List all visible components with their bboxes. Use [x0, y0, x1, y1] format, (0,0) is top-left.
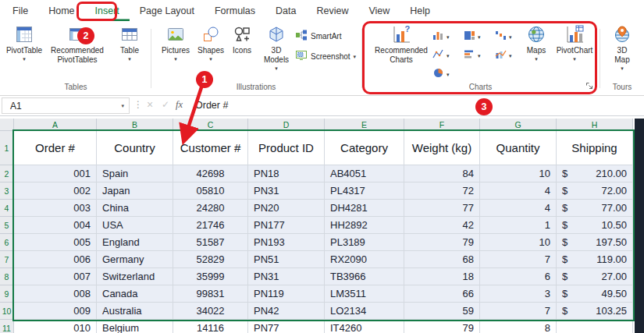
recommended-charts-button[interactable]: ? Recommended Charts	[372, 23, 431, 65]
row-header-10[interactable]: 10	[0, 303, 14, 320]
icons-button[interactable]: Icons	[228, 23, 256, 55]
data-cell[interactable]: Belgium	[97, 320, 173, 333]
data-cell[interactable]: Germany	[97, 251, 173, 268]
data-cell[interactable]: 009	[14, 303, 97, 320]
data-cell[interactable]: Canada	[97, 285, 173, 303]
column-header-A[interactable]: A	[14, 119, 97, 131]
column-header-H[interactable]: H	[557, 119, 633, 131]
header-cell[interactable]: Country	[97, 131, 173, 165]
data-cell[interactable]: LO2134	[325, 303, 404, 320]
header-cell[interactable]: Shipping	[557, 131, 633, 165]
row-header-1[interactable]: 1	[0, 131, 14, 165]
data-cell[interactable]: PN42	[248, 303, 325, 320]
column-header-G[interactable]: G	[480, 119, 557, 131]
row-header-4[interactable]: 4	[0, 200, 14, 217]
data-cell[interactable]	[557, 320, 633, 333]
data-cell[interactable]: 18	[404, 268, 480, 285]
data-cell[interactable]: 42	[404, 217, 480, 234]
data-cell[interactable]: 79	[404, 234, 480, 251]
column-header-B[interactable]: B	[97, 119, 173, 131]
recommended-pivottables-button[interactable]: Recommended PivotTables	[45, 23, 109, 65]
insert-pie-chart-button[interactable]: ▾	[431, 66, 461, 83]
data-cell[interactable]: 59	[404, 303, 480, 320]
data-cell[interactable]: $197.50	[557, 234, 633, 251]
tab-file[interactable]: File	[2, 0, 38, 21]
data-cell[interactable]: PN31	[248, 182, 325, 200]
data-cell[interactable]: $72.00	[557, 182, 633, 200]
data-cell[interactable]: PN119	[248, 285, 325, 303]
data-cell[interactable]: 7	[480, 251, 557, 268]
data-cell[interactable]: USA	[97, 217, 173, 234]
data-cell[interactable]: 004	[14, 217, 97, 234]
data-cell[interactable]: 4	[480, 200, 557, 217]
3d-map-button[interactable]: 3D Map ▾	[605, 23, 639, 71]
tab-home[interactable]: Home	[38, 0, 84, 21]
data-cell[interactable]: $27.00	[557, 268, 633, 285]
data-cell[interactable]: $210.00	[557, 165, 633, 182]
data-cell[interactable]: $119.00	[557, 251, 633, 268]
row-header-7[interactable]: 7	[0, 251, 14, 268]
row-header-8[interactable]: 8	[0, 268, 14, 285]
data-cell[interactable]: 10	[480, 165, 557, 182]
smartart-button[interactable]: SmartArt	[295, 28, 341, 44]
tab-formulas[interactable]: Formulas	[205, 0, 265, 21]
data-cell[interactable]: Spain	[97, 165, 173, 182]
pivotchart-button[interactable]: PivotChart ▾	[553, 23, 596, 62]
data-cell[interactable]: $10.50	[557, 217, 633, 234]
data-cell[interactable]: Australia	[97, 303, 173, 320]
data-cell[interactable]: 99831	[173, 285, 248, 303]
row-header-11[interactable]: 11	[0, 320, 14, 333]
tab-insert[interactable]: Insert	[85, 0, 130, 21]
header-cell[interactable]: Order #	[14, 131, 97, 165]
tab-help[interactable]: Help	[400, 0, 440, 21]
data-cell[interactable]: PN51	[248, 251, 325, 268]
screenshot-button[interactable]: Screenshot ▾	[295, 48, 356, 64]
row-header-3[interactable]: 3	[0, 182, 14, 200]
data-cell[interactable]: PN18	[248, 165, 325, 182]
data-cell[interactable]: 8	[480, 320, 557, 333]
column-header-F[interactable]: F	[404, 119, 480, 131]
maps-button[interactable]: Maps ▾	[520, 23, 553, 62]
data-cell[interactable]: 51587	[173, 234, 248, 251]
data-cell[interactable]: 52829	[173, 251, 248, 268]
column-header-C[interactable]: C	[173, 119, 248, 131]
data-cell[interactable]: HH2892	[325, 217, 404, 234]
data-cell[interactable]: 005	[14, 234, 97, 251]
data-cell[interactable]: 1	[480, 217, 557, 234]
data-cell[interactable]: 72	[404, 182, 480, 200]
data-cell[interactable]: 21746	[173, 217, 248, 234]
row-header-5[interactable]: 5	[0, 217, 14, 234]
tab-data[interactable]: Data	[265, 0, 306, 21]
tab-review[interactable]: Review	[306, 0, 358, 21]
data-cell[interactable]: PN77	[248, 320, 325, 333]
data-cell[interactable]: TB3966	[325, 268, 404, 285]
data-cell[interactable]: England	[97, 234, 173, 251]
column-header-E[interactable]: E	[325, 119, 404, 131]
data-cell[interactable]: 7	[480, 303, 557, 320]
insert-combo-chart-button[interactable]: ▾	[493, 47, 523, 64]
enter-icon[interactable]: ✓	[162, 99, 169, 110]
data-cell[interactable]: 001	[14, 165, 97, 182]
data-cell[interactable]: 10	[480, 234, 557, 251]
data-cell[interactable]: PN20	[248, 200, 325, 217]
data-cell[interactable]: 010	[14, 320, 97, 333]
insert-function-icon[interactable]: fx	[176, 99, 183, 111]
formula-bar-handle-icon[interactable]: ⋮	[133, 99, 143, 110]
header-cell[interactable]: Quantity	[480, 131, 557, 165]
data-cell[interactable]: PN177	[248, 217, 325, 234]
data-cell[interactable]: DH4281	[325, 200, 404, 217]
data-cell[interactable]: PL4317	[325, 182, 404, 200]
data-cell[interactable]: IT4260	[325, 320, 404, 333]
pictures-button[interactable]: Pictures ▾	[158, 23, 194, 62]
insert-bar-chart-button[interactable]: ▾	[462, 47, 492, 64]
tab-view[interactable]: View	[358, 0, 400, 21]
data-cell[interactable]: $77.00	[557, 200, 633, 217]
shapes-button[interactable]: Shapes ▾	[195, 23, 226, 62]
header-cell[interactable]: Category	[325, 131, 404, 165]
data-cell[interactable]: 14116	[173, 320, 248, 333]
data-cell[interactable]: 6	[480, 268, 557, 285]
data-cell[interactable]: PN193	[248, 234, 325, 251]
data-cell[interactable]: China	[97, 200, 173, 217]
data-cell[interactable]: RX2090	[325, 251, 404, 268]
insert-line-chart-button[interactable]: ▾	[431, 47, 461, 64]
